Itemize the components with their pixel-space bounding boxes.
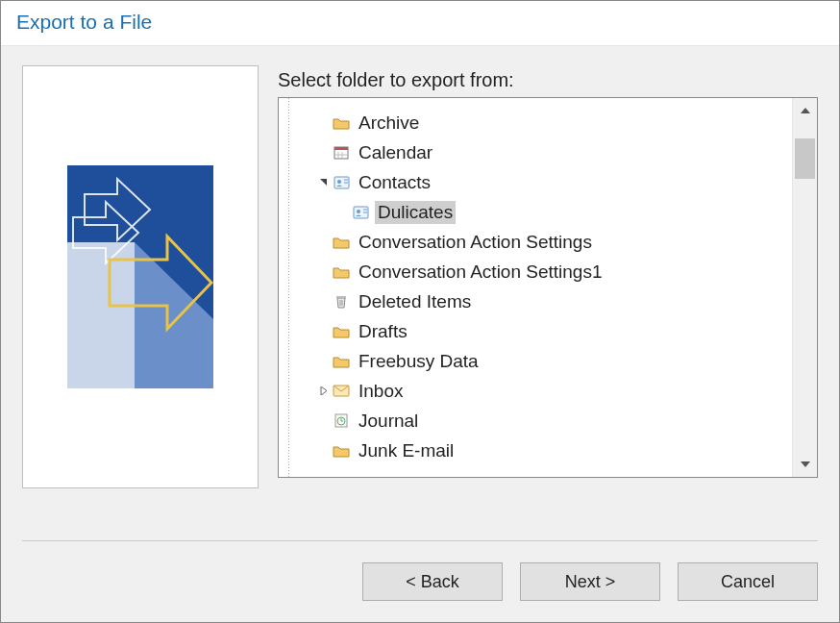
- folder-tree[interactable]: ArchiveCalendarContactsDulicatesConversa…: [278, 97, 818, 478]
- journal-icon: [333, 413, 350, 429]
- toggle-spacer: [315, 115, 331, 131]
- tree-item[interactable]: Conversation Action Settings1: [296, 257, 792, 287]
- folder-icon: [333, 264, 350, 280]
- tree-item-label: Drafts: [356, 320, 410, 343]
- tree-item[interactable]: Freebusy Data: [296, 346, 792, 376]
- toggle-spacer: [315, 145, 331, 161]
- toggle-spacer: [315, 264, 331, 280]
- expand-toggle-icon[interactable]: [315, 384, 331, 399]
- folder-icon: [333, 354, 350, 369]
- toggle-spacer: [315, 354, 331, 369]
- folder-icon: [333, 235, 350, 250]
- scroll-down-button[interactable]: [793, 452, 817, 477]
- toggle-spacer: [315, 443, 331, 459]
- deleted-icon: [333, 294, 350, 310]
- scroll-thumb[interactable]: [795, 138, 815, 179]
- back-button[interactable]: < Back: [362, 562, 503, 601]
- scroll-track[interactable]: [793, 123, 817, 452]
- tree-item-label: Dulicates: [375, 201, 456, 224]
- main-pane: Select folder to export from: ArchiveCal…: [278, 65, 818, 523]
- tree-item-label: Freebusy Data: [356, 350, 482, 373]
- wizard-dialog: Export to a File Select folder to export…: [0, 0, 840, 623]
- chevron-up-icon: [801, 108, 810, 113]
- tree-item-label: Archive: [356, 112, 422, 135]
- tree-item-label: Junk E-mail: [356, 439, 457, 462]
- svg-point-9: [337, 180, 341, 184]
- tree-item-label: Conversation Action Settings: [356, 231, 595, 254]
- vertical-scrollbar[interactable]: [792, 98, 817, 477]
- dialog-title: Export to a File: [1, 1, 839, 46]
- inbox-icon: [333, 384, 350, 399]
- toggle-spacer: [315, 413, 331, 429]
- wizard-sidebar-graphic: [22, 65, 259, 488]
- svg-rect-4: [334, 147, 348, 150]
- tree-item-label: Contacts: [356, 171, 433, 194]
- tree-item-label: Calendar: [356, 141, 435, 164]
- tree-item-label: Inbox: [356, 380, 406, 403]
- scroll-up-button[interactable]: [793, 98, 817, 123]
- folder-icon: [333, 324, 350, 339]
- tree-item-label: Conversation Action Settings1: [356, 261, 605, 284]
- chevron-down-icon: [801, 461, 810, 467]
- calendar-icon: [333, 145, 350, 161]
- toggle-spacer: [334, 205, 350, 220]
- toggle-spacer: [315, 324, 331, 339]
- tree-item[interactable]: Archive: [296, 108, 792, 137]
- toggle-spacer: [315, 235, 331, 250]
- button-row: < Back Next > Cancel: [22, 562, 818, 601]
- tree-item-label: Journal: [356, 410, 421, 433]
- svg-rect-16: [336, 296, 346, 298]
- cancel-button[interactable]: Cancel: [678, 562, 818, 601]
- prompt-label: Select folder to export from:: [278, 69, 818, 91]
- dialog-body: Select folder to export from: ArchiveCal…: [1, 46, 839, 523]
- tree-item-label: Deleted Items: [356, 290, 474, 313]
- tree-item[interactable]: Journal: [296, 406, 792, 436]
- svg-marker-1: [67, 242, 135, 388]
- svg-point-13: [357, 210, 360, 213]
- contacts-icon: [352, 205, 369, 220]
- tree-item[interactable]: Drafts: [296, 316, 792, 346]
- folder-icon: [333, 115, 350, 131]
- collapse-toggle-icon[interactable]: [315, 175, 331, 190]
- folder-icon: [333, 443, 350, 459]
- toggle-spacer: [315, 294, 331, 310]
- dialog-footer: < Back Next > Cancel: [1, 523, 839, 622]
- tree-item[interactable]: Contacts: [296, 167, 792, 197]
- tree-item[interactable]: Deleted Items: [296, 287, 792, 316]
- tree-item[interactable]: Junk E-mail: [296, 436, 792, 465]
- next-button[interactable]: Next >: [520, 562, 660, 601]
- tree-item[interactable]: Inbox: [296, 376, 792, 406]
- footer-divider: [22, 540, 818, 541]
- contacts-icon: [333, 175, 350, 190]
- export-arrow-graphic-icon: [67, 165, 213, 388]
- tree-item[interactable]: Dulicates: [296, 197, 792, 227]
- tree-item[interactable]: Calendar: [296, 137, 792, 167]
- tree-item[interactable]: Conversation Action Settings: [296, 227, 792, 257]
